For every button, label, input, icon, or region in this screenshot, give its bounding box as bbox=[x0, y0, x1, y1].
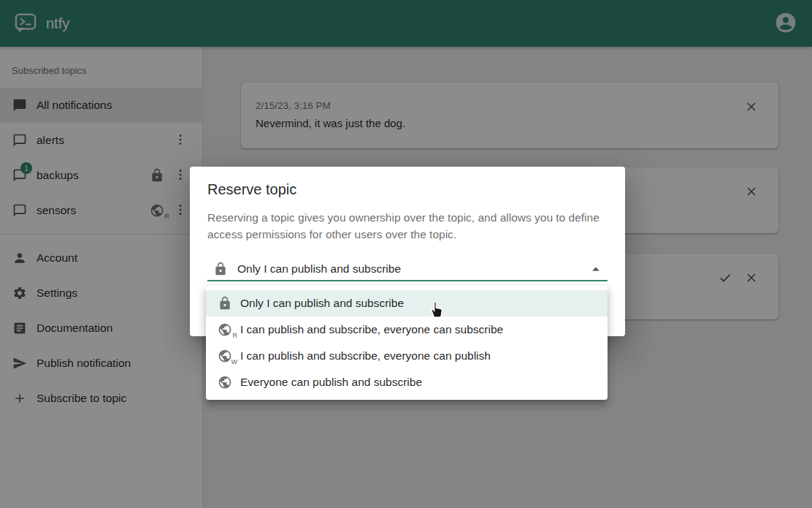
menu-option-i-can-publish-and-subscribe-everyone-can-subscribe[interactable]: RI can publish and subscribe, everyone c… bbox=[206, 316, 608, 343]
menu-option-everyone-can-publish-and-subscribe[interactable]: Everyone can publish and subscribe bbox=[206, 369, 608, 395]
permission-letter: R bbox=[233, 332, 238, 339]
menu-option-only-i-can-publish-and-subscribe[interactable]: Only I can publish and subscribe bbox=[206, 290, 608, 316]
globe-w-icon: W bbox=[218, 349, 232, 363]
menu-option-label: Only I can publish and subscribe bbox=[240, 297, 404, 310]
globe-icon bbox=[218, 375, 232, 390]
lock-icon bbox=[218, 296, 232, 311]
globe-r-icon: R bbox=[218, 322, 232, 337]
dialog-description: Reserving a topic gives you ownership ov… bbox=[207, 209, 608, 243]
menu-option-label: I can publish and subscribe, everyone ca… bbox=[240, 349, 491, 363]
permission-letter: W bbox=[231, 358, 238, 365]
permission-select[interactable]: Only I can publish and subscribe bbox=[207, 257, 608, 281]
permission-dropdown-menu: Only I can publish and subscribeRI can p… bbox=[206, 286, 608, 400]
dialog-title: Reserve topic bbox=[207, 181, 608, 198]
menu-option-label: I can publish and subscribe, everyone ca… bbox=[240, 323, 503, 336]
menu-option-label: Everyone can publish and subscribe bbox=[240, 376, 422, 389]
menu-option-i-can-publish-and-subscribe-everyone-can-publish[interactable]: WI can publish and subscribe, everyone c… bbox=[206, 343, 608, 369]
permission-select-value: Only I can publish and subscribe bbox=[237, 262, 401, 276]
arrow-drop-up-icon bbox=[587, 260, 605, 278]
lock-icon bbox=[213, 262, 228, 276]
